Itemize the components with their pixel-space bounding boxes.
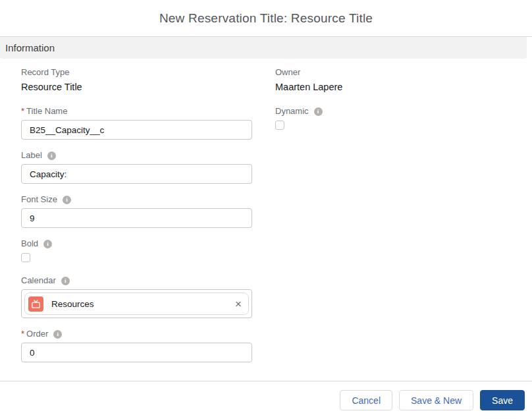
title-name-input[interactable] (21, 120, 252, 140)
label-label: Label i (21, 150, 252, 161)
calendar-lookup-input[interactable]: Resources × (21, 289, 252, 318)
calendar-field: Calendar i Resources × (21, 275, 252, 318)
owner-value: Maarten Lapere (275, 81, 525, 93)
order-field: * Order i (21, 329, 252, 362)
info-icon[interactable]: i (53, 330, 62, 339)
calendar-selected-pill[interactable]: Resources × (24, 293, 249, 315)
dynamic-label: Dynamic i (275, 106, 525, 117)
info-icon[interactable]: i (314, 107, 323, 116)
section-title: Information (5, 42, 55, 53)
required-asterisk: * (21, 106, 24, 117)
font-size-label: Font Size i (21, 194, 252, 205)
record-type-label: Record Type (21, 67, 252, 78)
info-icon[interactable]: i (63, 196, 71, 204)
calendar-label: Calendar i (21, 275, 252, 286)
info-icon[interactable]: i (61, 277, 70, 285)
required-asterisk: * (21, 329, 24, 339)
remove-icon[interactable]: × (235, 298, 242, 310)
dynamic-field: Dynamic i (275, 106, 525, 132)
form: Record Type Resource Title Owner Maarten… (0, 59, 532, 373)
font-size-input[interactable] (21, 208, 252, 228)
owner-field: Owner Maarten Lapere (275, 67, 525, 93)
label-input[interactable] (21, 164, 252, 184)
bold-field: Bold i (21, 238, 252, 265)
record-type-field: Record Type Resource Title (21, 67, 252, 93)
bold-label: Bold i (21, 238, 252, 249)
save-button[interactable]: Save (480, 390, 525, 410)
modal-header: New Reservation Title: Resource Title (0, 0, 532, 36)
dynamic-checkbox[interactable] (275, 121, 284, 130)
save-and-new-button[interactable]: Save & New (399, 390, 473, 410)
cancel-button[interactable]: Cancel (340, 390, 392, 410)
section-header: Information (0, 37, 527, 59)
font-size-field: Font Size i (21, 194, 252, 228)
tv-icon (28, 296, 43, 312)
order-label: * Order i (21, 329, 252, 339)
label-field: Label i (21, 150, 252, 184)
bold-checkbox[interactable] (21, 253, 30, 262)
modal-title: New Reservation Title: Resource Title (159, 11, 373, 26)
info-icon[interactable]: i (47, 152, 56, 160)
owner-label: Owner (275, 67, 525, 78)
calendar-pill-label: Resources (51, 299, 94, 309)
modal-footer: Cancel Save & New Save (0, 381, 532, 419)
info-icon[interactable]: i (43, 240, 52, 248)
title-name-field: * Title Name (21, 106, 252, 140)
information-section: Information (0, 36, 532, 59)
order-input[interactable] (21, 343, 252, 362)
record-type-value: Resource Title (21, 81, 252, 93)
title-name-label: * Title Name (21, 106, 252, 117)
